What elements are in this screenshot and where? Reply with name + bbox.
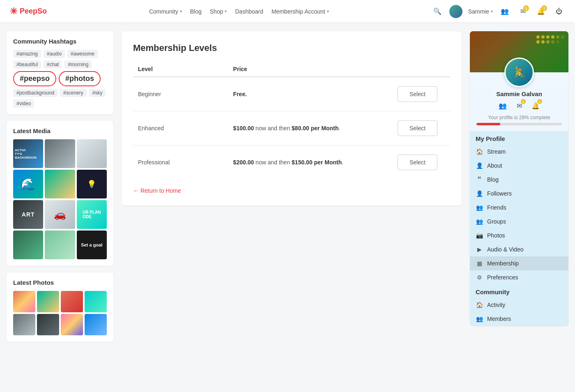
menu-about[interactable]: 👤 About — [470, 159, 568, 173]
profile-menu: My Profile 🏠 Stream 👤 About " Blog 👤 Fol… — [470, 131, 568, 326]
photos-icon: 📷 — [476, 232, 483, 239]
profile-notifications-icon[interactable]: 🔔 1 — [530, 100, 541, 111]
page-body: Community Hashtags #amazing #audio #awes… — [0, 23, 575, 350]
chevron-down-icon: ▾ — [327, 9, 329, 14]
progress-bar — [476, 123, 562, 125]
menu-members[interactable]: 👥 Members — [470, 312, 568, 326]
return-home-link[interactable]: ← Return to Home — [133, 187, 181, 194]
hashtag-postbackground[interactable]: #postbackground — [13, 89, 58, 97]
menu-groups[interactable]: 👥 Groups — [470, 214, 568, 228]
nav-shop[interactable]: Shop ▾ — [210, 8, 227, 15]
profile-avatar[interactable]: 🚴 — [504, 58, 534, 87]
hashtag-amazing[interactable]: #amazing — [13, 50, 41, 58]
menu-activity[interactable]: 🏠 Activity — [470, 298, 568, 312]
nav-membership[interactable]: Membership Account ▾ — [271, 8, 329, 15]
menu-preferences-label: Preferences — [487, 274, 518, 281]
members-icon: 👥 — [476, 315, 483, 323]
menu-audio-video-label: Audio & Video — [487, 246, 523, 253]
photo-thumb-8[interactable] — [85, 314, 107, 335]
level-enhanced: Enhanced — [138, 125, 164, 131]
menu-membership-label: Membership — [487, 260, 519, 267]
menu-members-label: Members — [487, 316, 511, 322]
profile-messages-icon[interactable]: ✉ 1 — [513, 100, 525, 111]
media-thumb-8[interactable]: 🚗 — [45, 200, 75, 229]
price-enhanced: $100.00 now and then $80.00 per Month. — [233, 125, 340, 131]
media-thumb-9[interactable]: UR PLANODE — [77, 200, 107, 229]
media-thumb-3[interactable] — [77, 139, 107, 168]
media-thumb-1[interactable]: ACTIVITY'S BACKGROUN — [13, 139, 43, 168]
media-thumb-7[interactable]: ART — [13, 200, 43, 229]
latest-photos-title: Latest Photos — [13, 279, 107, 286]
user-avatar[interactable] — [449, 5, 462, 18]
media-thumb-4[interactable]: 🌊 — [13, 170, 43, 198]
nav-dashboard[interactable]: Dashboard — [235, 8, 263, 15]
photo-thumb-4[interactable] — [85, 291, 107, 312]
hashtag-peepso[interactable]: #peepso — [13, 71, 56, 86]
photo-thumb-1[interactable] — [13, 291, 35, 312]
select-enhanced-button[interactable]: Select — [398, 120, 437, 136]
search-button[interactable]: 🔍 — [431, 5, 444, 18]
photo-thumb-3[interactable] — [61, 291, 83, 312]
menu-followers-label: Followers — [487, 190, 512, 197]
select-beginner-button[interactable]: Select — [398, 86, 437, 102]
groups-icon: 👥 — [476, 218, 483, 225]
logo[interactable]: ✳ PeepSo — [10, 6, 47, 17]
hashtag-scenery[interactable]: #scenery — [60, 89, 87, 97]
hashtag-morning[interactable]: #morning — [64, 60, 92, 69]
right-sidebar: 🚴 Sammie Galvan 👥 ✉ 1 🔔 1 Your profile i… — [470, 31, 568, 342]
menu-membership[interactable]: ▦ Membership — [470, 256, 568, 270]
hashtag-photos[interactable]: #photos — [59, 71, 101, 86]
menu-about-label: About — [487, 162, 502, 169]
photo-thumb-6[interactable] — [37, 314, 59, 335]
preferences-icon: ⚙ — [476, 274, 483, 281]
followers-icon: 👤 — [476, 190, 483, 197]
hashtag-awesome[interactable]: #awesome — [67, 50, 98, 58]
nav-community[interactable]: Community ▾ — [149, 8, 182, 15]
media-thumb-12[interactable]: Set a goal — [77, 231, 107, 259]
media-thumb-2[interactable] — [45, 139, 75, 168]
hashtag-video[interactable]: #video — [13, 99, 34, 108]
photo-thumb-7[interactable] — [61, 314, 83, 335]
photo-thumb-5[interactable] — [13, 314, 35, 335]
notifications-button[interactable]: 🔔 1 — [535, 5, 547, 18]
media-thumb-11[interactable] — [45, 231, 75, 259]
profile-name: Sammie Galvan — [470, 90, 568, 97]
nav-blog[interactable]: Blog — [190, 8, 202, 15]
hashtag-audio[interactable]: #audio — [44, 50, 65, 58]
profile-friends-icon[interactable]: 👥 — [497, 100, 508, 111]
user-name-button[interactable]: Sammie ▾ — [468, 8, 493, 15]
profile-messages-badge: 1 — [521, 99, 526, 104]
hashtag-chat[interactable]: #chat — [44, 60, 62, 69]
messages-button[interactable]: ✉ 1 — [517, 5, 529, 18]
progress-fill — [476, 123, 500, 125]
media-thumb-10[interactable] — [13, 231, 43, 259]
membership-card: Membership Levels Level Price Beginner F… — [122, 31, 462, 205]
menu-preferences[interactable]: ⚙ Preferences — [470, 270, 568, 284]
media-thumb-5[interactable] — [45, 170, 75, 198]
levels-table: Level Price Beginner Free. Select Enhanc… — [133, 62, 450, 179]
select-professional-button[interactable]: Select — [398, 154, 437, 170]
menu-photos[interactable]: 📷 Photos — [470, 228, 568, 242]
col-price: Price — [228, 62, 393, 77]
menu-stream[interactable]: 🏠 Stream — [470, 145, 568, 159]
hashtag-beautiful[interactable]: #beautiful — [13, 60, 41, 69]
table-row: Beginner Free. Select — [133, 77, 450, 111]
menu-audio-video[interactable]: ▶ Audio & Video — [470, 242, 568, 256]
profile-complete-label: Your profile is 28% complete — [470, 115, 568, 120]
menu-followers[interactable]: 👤 Followers — [470, 187, 568, 201]
col-level: Level — [133, 62, 228, 77]
friends-button[interactable]: 👥 — [499, 5, 511, 18]
hashtag-sky[interactable]: #sky — [89, 89, 106, 97]
menu-friends[interactable]: 👥 Friends — [470, 201, 568, 214]
messages-badge: 1 — [523, 5, 529, 11]
level-professional: Professional — [138, 159, 170, 166]
profile-icons: 👥 ✉ 1 🔔 1 — [470, 100, 568, 111]
photo-thumb-2[interactable] — [37, 291, 59, 312]
hashtags-list: #amazing #audio #awesome #beautiful #cha… — [13, 50, 107, 108]
logo-text: PeepSo — [20, 7, 47, 16]
left-sidebar: Community Hashtags #amazing #audio #awes… — [7, 31, 113, 342]
menu-blog[interactable]: " Blog — [470, 173, 568, 187]
power-button[interactable]: ⏻ — [553, 5, 565, 18]
blog-icon: " — [476, 176, 483, 183]
media-thumb-6[interactable]: 💡 — [77, 170, 107, 198]
